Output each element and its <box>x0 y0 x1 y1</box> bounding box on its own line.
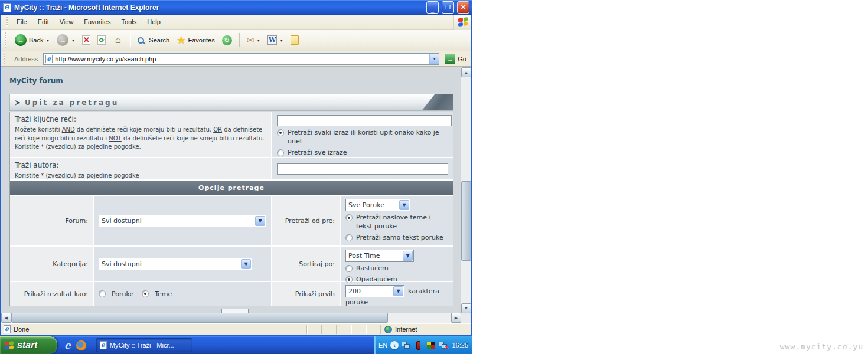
browser-window: MyCity :: Traži - Microsoft Internet Exp… <box>0 0 472 336</box>
scroll-right-icon[interactable]: ▶ <box>451 313 461 323</box>
search-titles-and-text-option[interactable]: Pretraži naslove teme i tekst poruke <box>345 214 448 231</box>
phone-device-icon[interactable] <box>414 341 423 350</box>
security-zone-label: Internet <box>395 326 417 333</box>
author-input[interactable] <box>277 163 448 175</box>
restore-button[interactable]: ❐ <box>442 1 454 14</box>
scroll-left-icon[interactable]: ◀ <box>1 313 11 323</box>
mail-button[interactable]: ✉ ▼ <box>244 34 263 47</box>
edit-with-word-button[interactable]: W ▼ <box>265 34 286 46</box>
scroll-up-icon[interactable]: ▲ <box>461 67 471 77</box>
forward-button[interactable]: → ▼ <box>54 33 77 47</box>
radio-checked-icon[interactable] <box>345 276 353 283</box>
close-button[interactable]: ✕ <box>457 1 469 14</box>
menu-bar: File Edit View Favorites Tools Help <box>1 15 471 30</box>
history-button[interactable]: ↻ <box>220 34 234 47</box>
status-panel <box>336 325 351 334</box>
author-input-cell <box>272 158 453 179</box>
menu-tools[interactable]: Tools <box>116 17 142 27</box>
menu-view[interactable]: View <box>54 17 79 27</box>
radio-checked-icon[interactable] <box>142 290 149 297</box>
back-button[interactable]: ← Back ▼ <box>12 33 52 47</box>
home-button[interactable]: ⌂ <box>110 34 125 47</box>
display-topics-label: Teme <box>155 290 172 298</box>
windows-flag-icon <box>5 341 14 350</box>
history-icon: ↻ <box>222 35 232 45</box>
vertical-scrollbar[interactable]: ▲ ▼ <box>461 67 471 313</box>
favorites-button[interactable]: ★ Favorites <box>174 33 217 48</box>
forum-select[interactable]: Svi dostupni ▼ <box>99 215 266 227</box>
network-icon[interactable] <box>402 341 411 350</box>
search-icon <box>138 37 144 44</box>
menu-favorites[interactable]: Favorites <box>79 17 116 27</box>
author-title: Traži autora: <box>15 161 266 169</box>
security-zone-panel: Internet <box>380 325 469 334</box>
internet-globe-icon <box>384 326 392 333</box>
menu-help[interactable]: Help <box>142 17 166 27</box>
radio-unchecked-icon[interactable] <box>345 234 353 241</box>
back-dropdown-icon[interactable]: ▼ <box>45 38 50 42</box>
search-any-terms-option[interactable]: Pretraži svaki izraz ili koristi upit on… <box>277 129 448 146</box>
messenger-button[interactable] <box>288 34 301 46</box>
taskbar-clock[interactable]: 16:25 <box>452 342 468 349</box>
refresh-icon: ⟳ <box>97 35 106 45</box>
stop-button[interactable]: ✕ <box>80 34 93 46</box>
window-title: MyCity :: Traži - Microsoft Internet Exp… <box>14 4 423 12</box>
search-button[interactable]: Search <box>135 35 172 45</box>
chevron-down-icon[interactable]: ▼ <box>393 286 403 296</box>
quicklaunch-firefox-icon[interactable] <box>76 340 86 350</box>
network-disconnected-icon[interactable]: ✕ <box>439 341 448 350</box>
chevron-down-icon[interactable]: ▼ <box>403 251 413 261</box>
category-label: Kategorija: <box>10 247 93 281</box>
return-first-cell: 200 ▼ karaktera poruke <box>341 282 453 306</box>
radio-unchecked-icon[interactable] <box>99 290 106 297</box>
chevron-down-icon[interactable]: ▼ <box>241 259 251 269</box>
keywords-info-cell: Traži ključne reči: Možete koristiti AND… <box>10 112 271 157</box>
go-button[interactable]: → Go <box>442 54 469 64</box>
search-text-only-option[interactable]: Pretraži samo tekst poruke <box>345 234 448 242</box>
standard-toolbar: ← Back ▼ → ▼ ✕ ⟳ ⌂ <box>1 30 471 51</box>
search-previous-cell: Sve Poruke ▼ Pretraži naslove teme i tek… <box>341 196 453 245</box>
keywords-input[interactable] <box>277 115 452 126</box>
word-dropdown-icon[interactable]: ▼ <box>279 38 283 42</box>
radio-checked-icon[interactable] <box>345 214 353 221</box>
category-select[interactable]: Svi dostupni ▼ <box>99 258 252 270</box>
mail-dropdown-icon[interactable]: ▼ <box>256 38 260 42</box>
search-previous-select[interactable]: Sve Poruke ▼ <box>345 199 410 211</box>
horizontal-scroll-thumb[interactable] <box>11 313 388 323</box>
sort-ascending-option[interactable]: Rastućem <box>345 264 448 273</box>
forward-dropdown-icon[interactable]: ▼ <box>71 38 75 42</box>
vertical-scroll-thumb[interactable] <box>461 181 471 261</box>
taskbar-window-button[interactable]: MyCity :: Traži - Micr... <box>96 338 192 352</box>
language-indicator[interactable]: EN <box>378 342 387 349</box>
window-body: File Edit View Favorites Tools Help ← Ba… <box>0 15 472 336</box>
minimize-button[interactable]: _ <box>426 1 439 14</box>
forum-label: Forum: <box>10 196 93 245</box>
forum-home-link[interactable]: MyCity forum <box>9 77 63 85</box>
radio-unchecked-icon[interactable] <box>345 265 353 272</box>
sort-cell: Post Time ▼ Rastućem Opadajućem <box>341 247 453 281</box>
horizontal-scrollbar[interactable]: ◀ ▶ <box>1 313 461 323</box>
home-icon: ⌂ <box>113 35 123 45</box>
chevron-down-icon[interactable]: ▼ <box>255 216 265 226</box>
search-submit-button-partial[interactable] <box>221 309 249 313</box>
color-utility-icon[interactable] <box>426 341 436 350</box>
menu-edit[interactable]: Edit <box>32 17 54 27</box>
radio-checked-icon[interactable] <box>277 129 284 136</box>
address-input[interactable] <box>55 54 427 64</box>
start-button[interactable]: start <box>0 336 57 354</box>
return-first-select[interactable]: 200 ▼ <box>345 285 404 297</box>
search-all-terms-option[interactable]: Pretraži sve izraze <box>277 149 448 158</box>
scroll-down-icon[interactable]: ▼ <box>461 303 471 313</box>
tray-collapse-icon[interactable]: ‹ <box>390 341 399 349</box>
menu-file[interactable]: File <box>11 17 32 27</box>
refresh-button[interactable]: ⟳ <box>95 34 108 46</box>
keywords-input-cell: Pretraži svaki izraz ili koristi upit on… <box>272 112 453 157</box>
sort-select[interactable]: Post Time ▼ <box>345 250 414 262</box>
chevron-down-icon[interactable]: ▼ <box>399 200 409 210</box>
category-select-cell: Svi dostupni ▼ <box>94 247 271 281</box>
radio-unchecked-icon[interactable] <box>277 149 284 156</box>
address-dropdown-icon[interactable]: ▼ <box>429 54 439 64</box>
quicklaunch-ie-icon[interactable]: e <box>64 339 71 351</box>
display-as-label: Prikaži rezultat kao: <box>10 282 93 306</box>
keywords-title: Traži ključne reči: <box>15 115 266 123</box>
